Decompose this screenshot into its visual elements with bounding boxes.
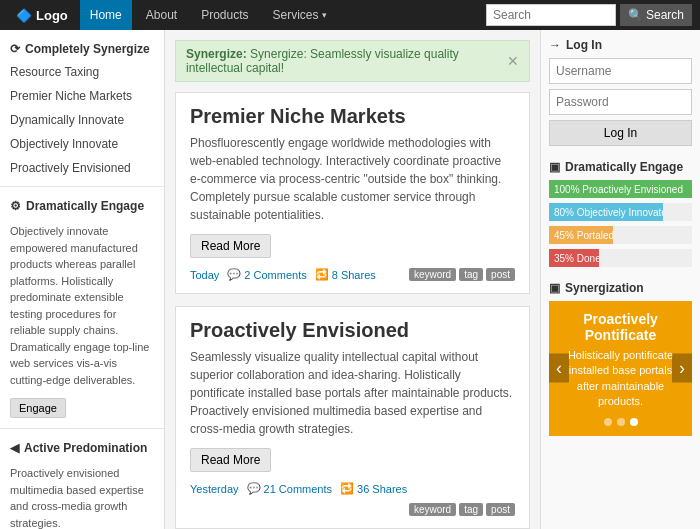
nav-services[interactable]: Services ▾	[263, 0, 337, 30]
post-1-tags: keyword tag post	[409, 268, 515, 281]
search-button[interactable]: 🔍 Search	[620, 4, 692, 26]
engage-text: Objectively innovate empowered manufactu…	[0, 217, 164, 394]
nav-products[interactable]: Products	[191, 0, 258, 30]
carousel-dot-2[interactable]	[617, 418, 625, 426]
post-1-comments[interactable]: 💬 2 Comments	[227, 268, 306, 281]
login-button[interactable]: Log In	[549, 120, 692, 146]
tag-tag[interactable]: tag	[459, 268, 483, 281]
login-panel-title: → Log In	[549, 38, 692, 52]
tag-post[interactable]: post	[486, 503, 515, 516]
carousel-dots	[559, 418, 682, 426]
chevron-down-icon: ▾	[322, 10, 327, 20]
engage-panel-title: ▣ Dramatically Engage	[549, 160, 692, 174]
predomination-text: Proactively envisioned multimedia based …	[0, 459, 164, 529]
logo-icon: 🔷	[16, 8, 32, 23]
engage-panel-icon: ▣	[549, 160, 560, 174]
alert-banner: Synergize: Synergize: Seamlessly visuali…	[175, 40, 530, 82]
post-2: Proactively Envisioned Seamlessly visual…	[175, 306, 530, 529]
post-2-shares[interactable]: 🔁 36 Shares	[340, 482, 407, 495]
post-2-comments[interactable]: 💬 21 Comments	[247, 482, 332, 495]
carousel-prev-button[interactable]: ‹	[549, 354, 569, 383]
post-2-date: Yesterday	[190, 483, 239, 495]
post-1-date: Today	[190, 269, 219, 281]
sidebar-item-objectively-innovate[interactable]: Objectively Innovate	[0, 132, 164, 156]
sidebar-section-synergize: ⟳ Completely Synergize Resource Taxing P…	[0, 30, 164, 187]
sidebar-section-engage-title: ⚙ Dramatically Engage	[0, 195, 164, 217]
share-icon: 🔁	[315, 268, 329, 281]
sidebar-item-proactively-envisioned[interactable]: Proactively Envisioned	[0, 156, 164, 180]
login-panel: → Log In Log In	[549, 38, 692, 146]
body-layout: ⟳ Completely Synergize Resource Taxing P…	[0, 30, 700, 529]
synergization-panel-title: ▣ Synergization	[549, 281, 692, 295]
share-icon: 🔁	[340, 482, 354, 495]
post-1-title: Premier Niche Markets	[190, 105, 515, 128]
engage-button[interactable]: Engage	[10, 398, 66, 418]
progress-bar-item: 45% Portaled	[549, 226, 692, 244]
brand: 🔷 Logo	[8, 8, 76, 23]
post-2-meta: Yesterday 💬 21 Comments 🔁 36 Shares keyw…	[190, 482, 515, 516]
synergization-panel: ▣ Synergization ‹ Proactively Pontificat…	[549, 281, 692, 436]
predomination-icon: ◀	[10, 441, 19, 455]
post-1-shares[interactable]: 🔁 8 Shares	[315, 268, 376, 281]
carousel-dot-1[interactable]	[604, 418, 612, 426]
comment-icon: 💬	[247, 482, 261, 495]
nav-about[interactable]: About	[136, 0, 187, 30]
alert-text: Synergize: Synergize: Seamlessly visuali…	[186, 47, 507, 75]
nav-home[interactable]: Home	[80, 0, 132, 30]
main-content: Synergize: Synergize: Seamlessly visuali…	[165, 30, 540, 529]
post-2-read-more[interactable]: Read More	[190, 448, 271, 472]
tag-post[interactable]: post	[486, 268, 515, 281]
post-1: Premier Niche Markets Phosfluorescently …	[175, 92, 530, 294]
post-1-body: Phosfluorescently engage worldwide metho…	[190, 134, 515, 224]
nav-services-label: Services	[273, 8, 319, 22]
synergize-icon: ⟳	[10, 42, 20, 56]
carousel-slide-text: Holistically pontificate installed base …	[559, 348, 682, 410]
brand-text: Logo	[36, 8, 68, 23]
sidebar-section-predomination: ◀ Active Predomination Proactively envis…	[0, 429, 164, 529]
synergization-icon: ▣	[549, 281, 560, 295]
username-field[interactable]	[549, 58, 692, 84]
sidebar-section-predomination-title: ◀ Active Predomination	[0, 437, 164, 459]
alert-close-button[interactable]: ✕	[507, 53, 519, 69]
password-field[interactable]	[549, 89, 692, 115]
search-input[interactable]	[486, 4, 616, 26]
sidebar-section-synergize-title: ⟳ Completely Synergize	[0, 38, 164, 60]
search-bar: 🔍 Search	[486, 4, 692, 26]
engage-icon: ⚙	[10, 199, 21, 213]
progress-bars: 100% Proactively Envisioned80% Objective…	[549, 180, 692, 267]
engage-panel: ▣ Dramatically Engage 100% Proactively E…	[549, 160, 692, 267]
right-panel: → Log In Log In ▣ Dramatically Engage 10…	[540, 30, 700, 529]
post-2-title: Proactively Envisioned	[190, 319, 515, 342]
carousel-next-button[interactable]: ›	[672, 354, 692, 383]
progress-bar-item: 80% Objectively Innovated	[549, 203, 692, 221]
progress-bar-item: 35% Done	[549, 249, 692, 267]
navbar: 🔷 Logo Home About Products Services ▾ 🔍 …	[0, 0, 700, 30]
login-icon: →	[549, 38, 561, 52]
post-1-read-more[interactable]: Read More	[190, 234, 271, 258]
post-1-meta: Today 💬 2 Comments 🔁 8 Shares keyword ta…	[190, 268, 515, 281]
comment-icon: 💬	[227, 268, 241, 281]
search-btn-label: Search	[646, 8, 684, 22]
carousel-slide-title: Proactively Pontificate	[559, 311, 682, 343]
sidebar-item-resource-taxing[interactable]: Resource Taxing	[0, 60, 164, 84]
progress-bar-item: 100% Proactively Envisioned	[549, 180, 692, 198]
tag-keyword[interactable]: keyword	[409, 503, 456, 516]
post-2-tags: keyword tag post	[409, 503, 515, 516]
sidebar-item-dynamically-innovate[interactable]: Dynamically Innovate	[0, 108, 164, 132]
sidebar: ⟳ Completely Synergize Resource Taxing P…	[0, 30, 165, 529]
sidebar-section-engage: ⚙ Dramatically Engage Objectively innova…	[0, 187, 164, 429]
carousel: ‹ Proactively Pontificate Holistically p…	[549, 301, 692, 436]
search-icon: 🔍	[628, 8, 643, 22]
tag-keyword[interactable]: keyword	[409, 268, 456, 281]
carousel-dot-3[interactable]	[630, 418, 638, 426]
sidebar-item-premier-niche[interactable]: Premier Niche Markets	[0, 84, 164, 108]
post-2-body: Seamlessly visualize quality intellectua…	[190, 348, 515, 438]
tag-tag[interactable]: tag	[459, 503, 483, 516]
